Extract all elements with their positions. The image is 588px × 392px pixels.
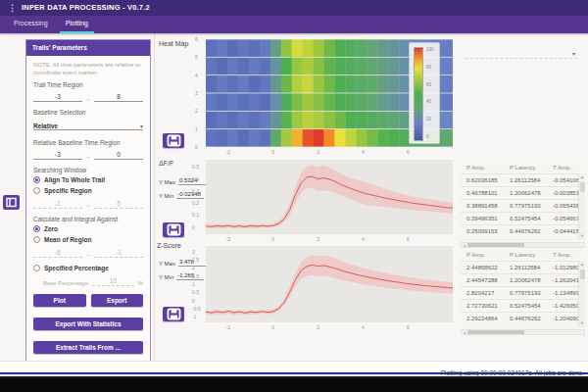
heatmap-cell	[345, 75, 356, 93]
radio-align-whole-trail[interactable]: Align To Whole Trail	[33, 176, 143, 183]
heatmap-cell	[377, 129, 388, 147]
trail-time-from-input[interactable]	[33, 91, 82, 102]
scroll-up-button[interactable]: ▲	[579, 173, 585, 181]
heatmap-cell	[217, 39, 227, 57]
table-row[interactable]: 2.727306210.52475454-1.4260503	[461, 299, 585, 312]
axis-tick-label: 1	[195, 126, 204, 132]
menu-item-processing[interactable]: Processing	[8, 16, 54, 33]
radio-zero[interactable]: Zero	[33, 225, 143, 232]
axis-tick-label: 1	[192, 281, 204, 287]
plot-button[interactable]: Plot	[33, 294, 86, 307]
heatmap-cell	[388, 112, 399, 129]
specific-region-to-input[interactable]	[94, 198, 143, 209]
heatmap-cell	[238, 75, 249, 93]
chevron-down-icon: ▾	[140, 122, 143, 129]
table-row[interactable]: 0.388914580.77975193-0.0654363	[461, 199, 585, 212]
baseline-selection-label: Baseline Selection	[33, 109, 143, 116]
menu-item-plotting[interactable]: Plotting	[60, 16, 94, 33]
heatmap-cell	[345, 129, 356, 147]
base-percentage-input[interactable]	[92, 275, 134, 286]
heatmap-cell	[356, 58, 367, 75]
heatmap-cell	[442, 58, 453, 75]
table-row[interactable]: 0.620361851.26112584-0.0541065	[461, 173, 585, 186]
heatmap-cell	[334, 75, 345, 93]
export-button[interactable]: Export	[91, 294, 144, 307]
radio-specific-region[interactable]: Specific Region	[33, 187, 143, 194]
os-taskbar	[0, 376, 588, 392]
error-band	[206, 166, 453, 229]
heatmap-cell	[388, 93, 399, 111]
radio-mean-of-region[interactable]: Mean of Region	[33, 236, 143, 243]
vscroll-thumb[interactable]	[580, 182, 585, 192]
save-zscore-button[interactable]	[163, 307, 184, 321]
heatmap-cell	[324, 93, 335, 111]
heatmap-cell	[260, 112, 270, 129]
heatmap-cell	[303, 75, 314, 93]
heatmap-cell	[292, 93, 303, 111]
heatmap-cell	[367, 75, 377, 93]
table-header-cell: P Amp.	[466, 165, 510, 171]
table-cell: 0.25099153	[466, 228, 510, 234]
table-row[interactable]: 2.445472881.20062478-1.2620417	[461, 273, 585, 286]
hscroll-thumb[interactable]	[467, 330, 524, 334]
heatmap-cell	[238, 39, 249, 57]
table-vscrollbar[interactable]: ▲▼	[578, 261, 585, 327]
table-row[interactable]: 2.448686221.26112584-1.0129802	[461, 261, 585, 273]
radio-specified-percentage[interactable]: Specified Percentage	[33, 265, 143, 271]
axis-tick-label: 4	[195, 73, 204, 78]
menu-dots-icon[interactable]: ⋮	[8, 0, 17, 16]
hscroll-thumb[interactable]	[467, 243, 524, 247]
save-dff-button[interactable]	[163, 222, 184, 237]
table-cell: 1.20062478	[510, 190, 553, 196]
heatmap-cell	[292, 129, 303, 147]
heatmap-cell	[367, 39, 377, 57]
status-bar: Plotting using 00:00:00.024017s. All job…	[0, 361, 588, 374]
table-header-cell: P Amp.	[466, 252, 510, 258]
table-row[interactable]: 0.467881011.20062478-0.0038513	[461, 186, 585, 199]
scroll-up-button[interactable]: ▲	[579, 261, 585, 269]
table-row[interactable]: 2.82042170.77975193-1.1348991	[461, 286, 585, 299]
relative-baseline-to-input[interactable]	[94, 149, 143, 160]
dff-stats-table: P Amp.P LatencyT Amp.0.620361851.2611258…	[461, 161, 585, 240]
heatmap-cell	[260, 75, 270, 93]
window-title: INPER DATA PROCESSING - V0.7.2	[22, 3, 150, 12]
table-row[interactable]: 2.292248640.44676262-1.2040902	[461, 312, 585, 324]
menu-bar: Processing Plotting	[0, 16, 588, 33]
table-cell: 0.44676262	[510, 316, 553, 321]
heatmap-cell	[281, 39, 292, 57]
heatmap-cell	[345, 39, 356, 57]
baseline-selection-select[interactable]: Relative ▾	[33, 119, 143, 130]
heatmap-cell	[388, 129, 399, 147]
table-row[interactable]: 0.394963510.52475454-0.0546677	[461, 212, 585, 224]
trail-time-to-input[interactable]	[94, 91, 143, 102]
export-with-statistics-button[interactable]: Export With Statistics	[33, 318, 143, 330]
scroll-down-button[interactable]: ▼	[579, 319, 585, 327]
table-vscrollbar[interactable]: ▲▼	[578, 173, 585, 240]
relative-baseline-from-input[interactable]	[33, 149, 82, 160]
extract-trails-button[interactable]: Extract Trails From ...	[33, 341, 143, 354]
percent-suffix: %	[138, 280, 143, 286]
heatmap-cell	[206, 93, 217, 111]
mean-region-from-input[interactable]	[33, 247, 82, 258]
axis-tick-label: 1.5	[192, 273, 204, 279]
heatmap-cell	[260, 93, 270, 111]
vscroll-thumb[interactable]	[580, 270, 585, 279]
collapse-panel-button[interactable]	[3, 195, 20, 210]
table-row[interactable]: 0.250991530.44676262-0.0444157	[461, 224, 585, 237]
save-heatmap-button[interactable]	[163, 133, 184, 148]
heatmap-cell	[292, 39, 303, 57]
heatmap-cell	[206, 39, 217, 57]
heatmap-cell	[442, 39, 453, 57]
axis-tick-label: 5	[195, 54, 204, 60]
heatmap-cell	[227, 39, 238, 57]
range-dash: -	[87, 251, 89, 258]
scroll-down-button[interactable]: ▼	[579, 232, 585, 240]
heatmap-cell	[334, 93, 345, 111]
zscore-table-hscrollbar[interactable]: ◂	[461, 329, 585, 335]
mean-region-to-input[interactable]	[94, 247, 143, 258]
axis-tick-label: 4	[356, 236, 369, 242]
range-dash: -	[87, 202, 89, 209]
table-cell: 0.46788101	[466, 190, 510, 196]
panel-note: NOTE: All time parameters are relative t…	[33, 61, 143, 76]
specific-region-from-input[interactable]	[33, 198, 82, 209]
